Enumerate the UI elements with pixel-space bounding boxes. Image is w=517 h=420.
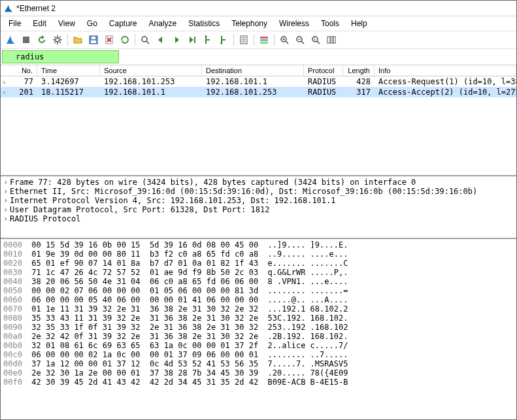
hex-line[interactable]: 0000 00 15 5d 39 16 0b 00 15 5d 39 16 0d… bbox=[3, 240, 514, 250]
packet-bytes-pane[interactable]: 0000 00 15 5d 39 16 0b 00 15 5d 39 16 0d… bbox=[1, 239, 516, 419]
expand-icon[interactable]: › bbox=[3, 205, 10, 214]
packet-list-header: No. Time Source Destination Protocol Len… bbox=[1, 65, 516, 76]
menu-edit[interactable]: Edit bbox=[27, 18, 52, 29]
svg-rect-12 bbox=[91, 40, 96, 43]
menu-tools[interactable]: Tools bbox=[316, 18, 344, 29]
packet-row[interactable]: ↘ 77 3.142697 192.168.101.253 192.168.10… bbox=[1, 76, 516, 87]
zoom-out-icon[interactable] bbox=[293, 33, 307, 47]
goto-icon[interactable] bbox=[185, 33, 199, 47]
col-header-info[interactable]: Info bbox=[375, 65, 516, 76]
svg-rect-0 bbox=[23, 37, 29, 43]
expand-icon[interactable]: › bbox=[3, 187, 10, 196]
gear-icon[interactable] bbox=[50, 33, 65, 47]
wireshark-logo-icon bbox=[3, 3, 14, 14]
hex-line[interactable]: 0050 00 00 02 07 06 00 00 00 01 05 06 00… bbox=[3, 286, 514, 295]
svg-line-6 bbox=[54, 37, 56, 38]
hex-line[interactable]: 0090 32 35 33 1f 0f 31 39 32 2e 31 36 38… bbox=[3, 323, 514, 332]
col-header-source[interactable]: Source bbox=[100, 65, 202, 76]
autoscroll-icon[interactable] bbox=[237, 33, 251, 47]
cell-protocol: RADIUS bbox=[304, 88, 343, 97]
svg-line-7 bbox=[59, 42, 61, 43]
menu-analyze[interactable]: Analyze bbox=[144, 18, 182, 29]
last-icon[interactable] bbox=[216, 33, 231, 47]
hex-line[interactable]: 00d0 37 1a 12 00 00 01 37 12 0c 4d 53 52… bbox=[3, 359, 514, 368]
svg-rect-27 bbox=[260, 42, 268, 44]
hex-line[interactable]: 00e0 2e 32 30 1a 2e 00 00 01 37 38 28 7b… bbox=[3, 368, 514, 378]
detail-text: User Datagram Protocol, Src Port: 61328,… bbox=[10, 205, 269, 214]
col-header-length[interactable]: Length bbox=[343, 65, 375, 76]
open-icon[interactable] bbox=[71, 33, 85, 47]
restart-icon[interactable] bbox=[35, 33, 49, 47]
forward-icon[interactable] bbox=[169, 33, 184, 47]
detail-tree-item[interactable]: ›Frame 77: 428 bytes on wire (3424 bits)… bbox=[3, 178, 514, 187]
col-header-protocol[interactable]: Protocol bbox=[304, 65, 343, 76]
menu-wireless[interactable]: Wireless bbox=[274, 18, 314, 29]
hex-line[interactable]: 00f0 42 30 39 45 2d 41 43 42 42 2d 34 45… bbox=[3, 378, 514, 387]
menu-telephony[interactable]: Telephony bbox=[226, 18, 273, 29]
zoom-reset-icon[interactable]: 1 bbox=[309, 33, 323, 47]
svg-rect-11 bbox=[92, 37, 95, 39]
zoom-in-icon[interactable] bbox=[277, 33, 292, 47]
search-icon[interactable] bbox=[138, 33, 152, 47]
menu-help[interactable]: Help bbox=[346, 18, 373, 29]
back-icon[interactable] bbox=[154, 33, 168, 47]
reload-icon[interactable] bbox=[118, 33, 132, 47]
related-request-icon: ↘ bbox=[2, 77, 8, 86]
cell-source: 192.168.101.1 bbox=[100, 88, 202, 97]
cell-time: 18.115217 bbox=[37, 88, 100, 97]
expand-icon[interactable]: › bbox=[3, 196, 10, 205]
svg-point-1 bbox=[56, 38, 59, 42]
colorize-icon[interactable] bbox=[257, 33, 271, 47]
detail-tree-item[interactable]: ›Internet Protocol Version 4, Src: 192.1… bbox=[3, 196, 514, 205]
cell-length: 428 bbox=[343, 77, 375, 86]
display-filter-input[interactable] bbox=[2, 50, 119, 63]
filter-bar bbox=[1, 49, 516, 65]
col-header-no[interactable]: No. bbox=[1, 65, 37, 76]
menu-statistics[interactable]: Statistics bbox=[183, 18, 225, 29]
cell-info: Access-Request(1) (id=10, l=386) bbox=[375, 77, 516, 86]
hex-line[interactable]: 0010 01 9e 39 0d 00 00 80 11 b3 f2 c0 a8… bbox=[3, 250, 514, 259]
related-reply-icon: ↗ bbox=[2, 88, 8, 97]
hex-line[interactable]: 0070 01 1e 11 31 39 32 2e 31 36 38 2e 31… bbox=[3, 304, 514, 314]
first-icon[interactable] bbox=[201, 33, 215, 47]
hex-line[interactable]: 0020 65 01 ef 90 07 14 01 8a b7 d7 01 0a… bbox=[3, 259, 514, 268]
packet-row[interactable]: ↗ 201 18.115217 192.168.101.1 192.168.10… bbox=[1, 87, 516, 97]
packet-details-pane[interactable]: ›Frame 77: 428 bytes on wire (3424 bits)… bbox=[1, 176, 516, 239]
svg-rect-18 bbox=[194, 37, 195, 43]
cell-destination: 192.168.101.1 bbox=[202, 77, 304, 86]
svg-rect-26 bbox=[260, 39, 268, 41]
hex-line[interactable]: 0080 35 33 43 11 31 39 32 2e 31 36 38 2e… bbox=[3, 314, 514, 323]
col-header-destination[interactable]: Destination bbox=[202, 65, 304, 76]
detail-tree-item[interactable]: ›Ethernet II, Src: Microsof_39:16:0d (00… bbox=[3, 187, 514, 196]
detail-text: RADIUS Protocol bbox=[10, 214, 80, 223]
resize-cols-icon[interactable] bbox=[324, 33, 339, 47]
expand-icon[interactable]: › bbox=[3, 178, 10, 187]
detail-tree-item[interactable]: ›RADIUS Protocol bbox=[3, 214, 514, 223]
menu-bar: File Edit View Go Capture Analyze Statis… bbox=[1, 16, 516, 31]
svg-line-33 bbox=[301, 41, 304, 44]
stop-icon[interactable] bbox=[19, 33, 33, 47]
hex-line[interactable]: 0060 06 00 00 00 05 40 06 00 00 00 01 41… bbox=[3, 295, 514, 304]
detail-tree-item[interactable]: ›User Datagram Protocol, Src Port: 61328… bbox=[3, 205, 514, 214]
menu-view[interactable]: View bbox=[53, 18, 80, 29]
detail-text: Frame 77: 428 bytes on wire (3424 bits),… bbox=[10, 178, 416, 187]
hex-line[interactable]: 0030 71 1c 47 26 4c 72 57 52 01 ae 9d f9… bbox=[3, 268, 514, 277]
svg-rect-38 bbox=[327, 37, 330, 43]
hex-line[interactable]: 0040 38 20 06 56 50 4e 31 04 06 c0 a8 65… bbox=[3, 277, 514, 286]
shark-fin-icon[interactable] bbox=[3, 33, 18, 47]
hex-line[interactable]: 00a0 2e 32 42 0f 31 39 32 2e 31 36 38 2e… bbox=[3, 332, 514, 341]
expand-icon[interactable]: › bbox=[3, 214, 10, 223]
hex-line[interactable]: 00c0 06 00 00 00 02 1a 0c 00 00 01 37 09… bbox=[3, 350, 514, 359]
packet-list-pane[interactable]: No. Time Source Destination Protocol Len… bbox=[1, 65, 516, 176]
close-file-icon[interactable] bbox=[102, 33, 116, 47]
cell-length: 317 bbox=[343, 88, 375, 97]
menu-file[interactable]: File bbox=[3, 18, 26, 29]
menu-go[interactable]: Go bbox=[82, 18, 103, 29]
cell-time: 3.142697 bbox=[37, 77, 100, 86]
save-icon[interactable] bbox=[86, 33, 101, 47]
menu-capture[interactable]: Capture bbox=[104, 18, 142, 29]
svg-line-8 bbox=[54, 42, 56, 43]
cell-protocol: RADIUS bbox=[304, 77, 343, 86]
hex-line[interactable]: 00b0 32 01 08 61 6c 69 63 65 63 1a 0c 00… bbox=[3, 341, 514, 350]
col-header-time[interactable]: Time bbox=[37, 65, 100, 76]
